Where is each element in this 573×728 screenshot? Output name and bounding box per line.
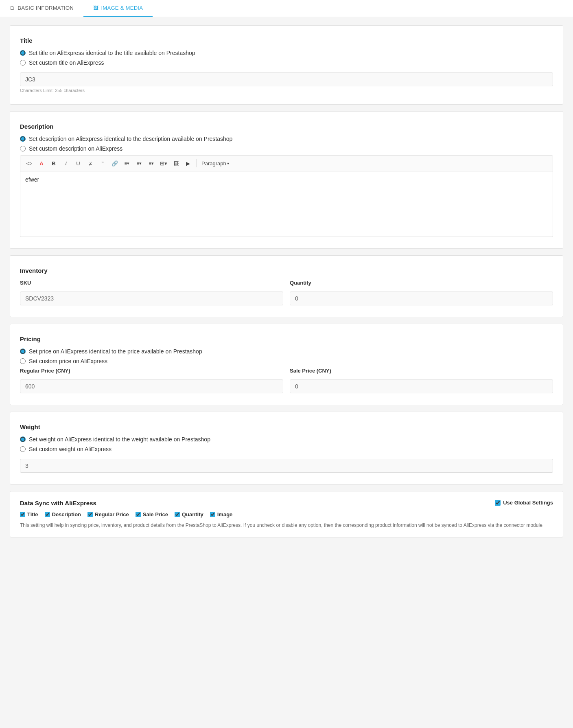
sync-quantity-checkbox[interactable] xyxy=(175,512,180,517)
use-global-settings-label[interactable]: Use Global Settings xyxy=(495,500,553,506)
toolbar-italic-btn[interactable]: I xyxy=(60,158,72,169)
use-global-settings-text: Use Global Settings xyxy=(503,500,553,506)
pricing-section-card: Pricing Set price on AliExpress identica… xyxy=(10,324,563,405)
desc-radio-prestashop-label: Set description on AliExpress identical … xyxy=(29,136,232,142)
title-input[interactable] xyxy=(20,72,553,86)
sync-sale-price-label[interactable]: Sale Price xyxy=(136,511,168,517)
sync-image-checkbox[interactable] xyxy=(210,512,215,517)
sync-quantity-label[interactable]: Quantity xyxy=(175,511,203,517)
desc-radio-custom-label: Set custom description on AliExpress xyxy=(29,145,122,152)
sku-field: SKU xyxy=(20,280,283,305)
toolbar-underline-btn[interactable]: U xyxy=(72,158,84,169)
tab-image-media[interactable]: 🖼 IMAGE & MEDIA xyxy=(83,0,153,17)
image-icon: 🖼 xyxy=(93,5,98,11)
title-heading: Title xyxy=(20,37,553,44)
price-radio-prestashop-label: Set price on AliExpress identical to the… xyxy=(29,348,202,355)
title-radio-prestashop-input[interactable] xyxy=(20,50,26,56)
sync-description-checkbox[interactable] xyxy=(45,512,50,517)
price-radio-custom-input[interactable] xyxy=(20,358,26,364)
toolbar-video-btn[interactable]: ▶ xyxy=(182,158,194,169)
sale-price-label: Sale Price (CNY) xyxy=(290,368,553,374)
sku-input[interactable] xyxy=(20,292,283,305)
sale-price-input[interactable] xyxy=(290,379,553,393)
title-char-limit: Characters Limit: 255 characters xyxy=(20,88,553,93)
weight-radio-prestashop[interactable]: Set weight on AliExpress identical to th… xyxy=(20,436,553,443)
weight-radio-custom[interactable]: Set custom weight on AliExpress xyxy=(20,446,553,452)
sku-label: SKU xyxy=(20,280,283,286)
sync-sale-price-text: Sale Price xyxy=(143,511,168,517)
weight-section-card: Weight Set weight on AliExpress identica… xyxy=(10,412,563,485)
pricing-heading: Pricing xyxy=(20,335,553,342)
toolbar-strikethrough-btn[interactable]: ≠ xyxy=(85,158,96,169)
pricing-grid: Regular Price (CNY) Sale Price (CNY) xyxy=(20,368,553,393)
weight-radio-custom-input[interactable] xyxy=(20,446,26,452)
toolbar-link-btn[interactable]: 🔗 xyxy=(109,158,120,169)
toolbar-quote-btn[interactable]: " xyxy=(97,158,108,169)
title-radio-custom-input[interactable] xyxy=(20,60,26,66)
sale-price-field: Sale Price (CNY) xyxy=(290,368,553,393)
weight-radio-prestashop-label: Set weight on AliExpress identical to th… xyxy=(29,436,210,443)
regular-price-label: Regular Price (CNY) xyxy=(20,368,283,374)
title-radio-prestashop[interactable]: Set title on AliExpress identical to the… xyxy=(20,50,553,56)
tab-basic-information[interactable]: 🗋 BASIC INFORMATION xyxy=(0,0,83,17)
title-radio-prestashop-label: Set title on AliExpress identical to the… xyxy=(29,50,195,56)
quantity-input[interactable] xyxy=(290,292,553,305)
price-radio-custom-label: Set custom price on AliExpress xyxy=(29,358,107,364)
desc-radio-custom[interactable]: Set custom description on AliExpress xyxy=(20,145,553,152)
desc-radio-prestashop[interactable]: Set description on AliExpress identical … xyxy=(20,136,553,142)
toolbar-paragraph-btn[interactable]: Paragraph ▾ xyxy=(199,160,232,167)
title-radio-custom[interactable]: Set custom title on AliExpress xyxy=(20,59,553,66)
description-editor-body[interactable]: efwer xyxy=(20,171,553,237)
regular-price-input[interactable] xyxy=(20,379,283,393)
toolbar-list-btn[interactable]: ≡▾ xyxy=(133,158,145,169)
regular-price-field: Regular Price (CNY) xyxy=(20,368,283,393)
inventory-heading: Inventory xyxy=(20,267,553,274)
sync-sale-price-checkbox[interactable] xyxy=(136,512,141,517)
toolbar-code-btn[interactable]: <> xyxy=(24,158,35,169)
sync-regular-price-text: Regular Price xyxy=(95,511,129,517)
desc-radio-prestashop-input[interactable] xyxy=(20,136,26,142)
editor-content: efwer xyxy=(25,176,39,183)
tab-basic-information-label: BASIC INFORMATION xyxy=(17,5,74,11)
toolbar-olist-btn[interactable]: ≡▾ xyxy=(146,158,157,169)
toolbar-table-btn[interactable]: ⊞▾ xyxy=(158,158,169,169)
desc-radio-custom-input[interactable] xyxy=(20,146,26,151)
sync-image-text: Image xyxy=(217,511,233,517)
page-content: Title Set title on AliExpress identical … xyxy=(0,17,573,552)
price-radio-prestashop-input[interactable] xyxy=(20,349,26,354)
weight-heading: Weight xyxy=(20,423,553,430)
sync-description-text: This setting will help in syncing price,… xyxy=(20,522,553,529)
sync-image-label[interactable]: Image xyxy=(210,511,233,517)
title-section-card: Title Set title on AliExpress identical … xyxy=(10,25,563,105)
sync-title-label[interactable]: Title xyxy=(20,511,38,517)
use-global-settings-checkbox[interactable] xyxy=(495,500,501,506)
description-editor: <> A B I U ≠ " 🔗 ≡▾ ≡▾ ≡▾ ⊞▾ 🖼 ▶ Paragra… xyxy=(20,155,553,237)
description-heading: Description xyxy=(20,123,553,130)
sync-regular-price-label[interactable]: Regular Price xyxy=(87,511,129,517)
weight-radio-custom-label: Set custom weight on AliExpress xyxy=(29,446,112,452)
sync-description-label[interactable]: Description xyxy=(45,511,81,517)
tab-image-media-label: IMAGE & MEDIA xyxy=(101,5,143,11)
toolbar-align-btn[interactable]: ≡▾ xyxy=(121,158,133,169)
toolbar-font-btn[interactable]: A xyxy=(36,158,47,169)
sync-quantity-text: Quantity xyxy=(182,511,203,517)
price-radio-custom[interactable]: Set custom price on AliExpress xyxy=(20,358,553,364)
quantity-label: Quantity xyxy=(290,280,553,286)
quantity-field: Quantity xyxy=(290,280,553,305)
price-radio-prestashop[interactable]: Set price on AliExpress identical to the… xyxy=(20,348,553,355)
toolbar-bold-btn[interactable]: B xyxy=(48,158,59,169)
data-sync-card: Data Sync with AliExpress Use Global Set… xyxy=(10,491,563,537)
sync-checkboxes-row: Title Description Regular Price Sale Pri… xyxy=(20,511,553,517)
weight-input[interactable] xyxy=(20,459,553,473)
inventory-grid: SKU Quantity xyxy=(20,280,553,305)
paragraph-label: Paragraph xyxy=(201,160,226,167)
data-sync-heading: Data Sync with AliExpress xyxy=(20,500,96,507)
sync-title-checkbox[interactable] xyxy=(20,512,25,517)
toolbar-image-btn[interactable]: 🖼 xyxy=(170,158,182,169)
editor-toolbar: <> A B I U ≠ " 🔗 ≡▾ ≡▾ ≡▾ ⊞▾ 🖼 ▶ Paragra… xyxy=(20,156,553,171)
inventory-section-card: Inventory SKU Quantity xyxy=(10,255,563,317)
weight-radio-prestashop-input[interactable] xyxy=(20,436,26,442)
sync-title-text: Title xyxy=(27,511,38,517)
sync-description-text: Description xyxy=(52,511,81,517)
sync-regular-price-checkbox[interactable] xyxy=(87,512,93,517)
